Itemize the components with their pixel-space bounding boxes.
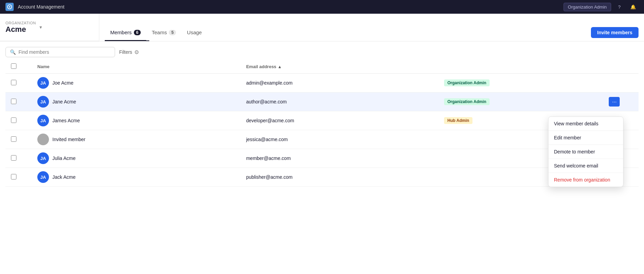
help-button[interactable]: ? <box>614 1 625 12</box>
table-row: JA Joe Acme admin@example.com Organizati… <box>5 74 639 92</box>
search-icon: 🔍 <box>10 49 16 55</box>
row-action-button-jane-acme[interactable]: ⋯ <box>609 97 620 107</box>
tabs-bar: Members 6 Teams 5 Usage <box>99 25 591 40</box>
member-email: author@acme.com <box>246 99 287 104</box>
row-checkbox-cell <box>5 92 32 111</box>
tab-usage-label: Usage <box>187 29 202 35</box>
row-name-cell: JA Julia Acme <box>32 149 241 168</box>
search-input[interactable] <box>18 49 111 55</box>
name-column-header: Name <box>32 60 241 74</box>
top-bar-left: Account Management <box>5 3 64 11</box>
table-row: JA Jane Acme author@acme.com Organizatio… <box>5 92 639 111</box>
email-sort-button[interactable]: Email address ▲ <box>246 64 433 69</box>
tab-members-count: 6 <box>134 30 141 35</box>
row-checkbox-james-acme[interactable] <box>11 117 16 123</box>
search-filter-row: 🔍 Filters ⚙ <box>0 41 644 60</box>
email-column-header: Email address ▲ <box>241 60 439 74</box>
role-badge: Organization Admin <box>444 79 490 86</box>
row-checkbox-joe-acme[interactable] <box>11 80 16 85</box>
select-all-checkbox[interactable] <box>11 63 16 69</box>
row-name-cell: JA Jack Acme <box>32 168 241 187</box>
avatar: JA <box>37 77 49 89</box>
row-checkbox-cell <box>5 111 32 130</box>
bell-icon: 🔔 <box>630 4 636 10</box>
tab-usage[interactable]: Usage <box>181 25 207 41</box>
avatar: JA <box>37 96 49 108</box>
member-name: James Acme <box>52 118 80 123</box>
chevron-down-icon: ▼ <box>39 25 43 30</box>
row-role-cell: Organization Admin <box>439 74 604 92</box>
row-checkbox-jane-acme[interactable] <box>11 99 16 104</box>
row-name-cell: JA Jane Acme <box>32 92 241 111</box>
org-header: Organization Acme ▼ <box>0 14 99 41</box>
org-name: Acme <box>5 25 36 34</box>
sort-arrow-icon: ▲ <box>278 64 282 69</box>
row-actions-cell: ⋯ <box>603 74 639 92</box>
notifications-button[interactable]: 🔔 <box>628 1 639 12</box>
table-row: JA Julia Acme member@acme.com ⋯ <box>5 149 639 168</box>
tab-teams[interactable]: Teams 5 <box>146 25 181 41</box>
row-checkbox-jack-acme[interactable] <box>11 174 16 179</box>
edit-member-item[interactable]: Edit member <box>548 131 623 145</box>
member-name: Julia Acme <box>52 155 76 161</box>
row-checkbox-cell <box>5 74 32 92</box>
row-name-cell: JA James Acme <box>32 111 241 130</box>
filter-icon: ⚙ <box>134 49 139 55</box>
role-column-header <box>439 60 604 74</box>
demote-to-member-item[interactable]: Demote to member <box>548 145 623 159</box>
row-checkbox-cell <box>5 149 32 168</box>
table-row: JA James Acme developer@acme.com Hub Adm… <box>5 111 639 130</box>
member-email: member@acme.com <box>246 155 291 161</box>
row-email-cell: jessica@acme.com <box>241 130 439 149</box>
send-welcome-email-item[interactable]: Send welcome email <box>548 159 623 173</box>
members-table: Name Email address ▲ JA Joe Acme <box>5 60 639 187</box>
member-email: admin@example.com <box>246 80 293 86</box>
row-email-cell: admin@example.com <box>241 74 439 92</box>
row-checkbox-cell <box>5 168 32 187</box>
top-bar: Account Management Organization Admin ? … <box>0 0 644 14</box>
table-row: Invited member jessica@acme.com ⋯ <box>5 130 639 149</box>
app-title: Account Management <box>18 4 64 10</box>
filters-button[interactable]: Filters ⚙ <box>119 49 139 55</box>
row-email-cell: developer@acme.com <box>241 111 439 130</box>
invite-members-button[interactable]: Invite members <box>591 27 639 38</box>
tab-members[interactable]: Members 6 <box>105 25 146 41</box>
avatar <box>37 134 49 145</box>
table-row: JA Jack Acme publisher@acme.com ⋯ <box>5 168 639 187</box>
context-menu: View member details Edit member Demote t… <box>548 116 623 187</box>
row-checkbox-julia-acme[interactable] <box>11 155 16 161</box>
app-logo <box>5 3 14 11</box>
row-name-cell: JA Joe Acme <box>32 74 241 92</box>
row-role-cell: Organization Admin <box>439 92 604 111</box>
member-name: Jack Acme <box>52 174 76 180</box>
tab-members-label: Members <box>110 29 132 35</box>
member-email: jessica@acme.com <box>246 137 288 142</box>
org-selector[interactable]: Organization Acme ▼ <box>5 21 43 34</box>
row-actions-cell: ⋯ <box>603 92 639 111</box>
search-box: 🔍 <box>5 47 115 57</box>
question-circle-icon: ? <box>618 4 620 10</box>
row-email-cell: member@acme.com <box>241 149 439 168</box>
row-email-cell: author@acme.com <box>241 92 439 111</box>
actions-column-header <box>603 60 639 74</box>
remove-from-organization-item[interactable]: Remove from organization <box>548 173 623 187</box>
row-checkbox-invited-member[interactable] <box>11 136 16 142</box>
member-name: Joe Acme <box>52 80 73 86</box>
row-checkbox-cell <box>5 130 32 149</box>
top-bar-right: Organization Admin ? 🔔 <box>564 1 639 12</box>
svg-point-1 <box>9 6 10 8</box>
org-label: Organization <box>5 21 36 25</box>
select-all-header <box>5 60 32 74</box>
avatar: JA <box>37 115 49 126</box>
member-email: developer@acme.com <box>246 118 294 123</box>
tab-teams-label: Teams <box>152 29 167 35</box>
role-badge: Organization Admin <box>444 98 490 105</box>
row-name-cell: Invited member <box>32 130 241 149</box>
filters-label-text: Filters <box>119 49 132 55</box>
row-email-cell: publisher@acme.com <box>241 168 439 187</box>
member-email: publisher@acme.com <box>246 174 293 180</box>
view-member-details-item[interactable]: View member details <box>548 117 623 130</box>
table-header-row: Name Email address ▲ <box>5 60 639 74</box>
avatar: JA <box>37 171 49 183</box>
avatar: JA <box>37 152 49 164</box>
